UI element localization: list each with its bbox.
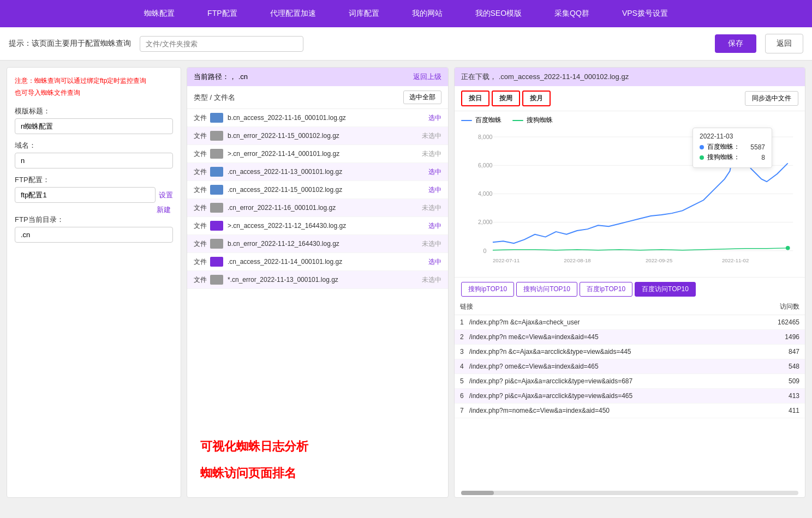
right-controls: 按日 按周 按月 同步选中文件: [455, 86, 805, 111]
legend-sougou: 搜狗蜘蛛: [512, 116, 553, 125]
notice-text: 注意：蜘蛛查询可以通过绑定ftp定时监控查询 也可导入蜘蛛文件查询: [15, 75, 173, 99]
btn-month[interactable]: 按月: [522, 91, 551, 106]
table-row: 7 /index.php?m=nome&c=View&a=index&aid=4…: [455, 403, 805, 418]
column-type-label: 类型 / 文件名: [194, 93, 235, 103]
table-cell-visits: 548: [752, 359, 805, 374]
file-icon: [210, 167, 223, 177]
back-button[interactable]: 返回: [765, 34, 803, 53]
page-hint: 提示：该页面主要用于配置蜘蛛查询: [9, 39, 131, 49]
file-action[interactable]: 未选中: [422, 131, 441, 141]
right-header: 正在下载， .com_access_2022-11-14_000102.log.…: [455, 68, 805, 86]
save-button[interactable]: 保存: [715, 34, 756, 53]
template-label: 模版标题：: [15, 106, 173, 116]
chart-tooltip: 2022-11-03 百度蜘蛛： 5587 搜狗蜘蛛： 8: [692, 128, 772, 168]
file-action[interactable]: 选中: [428, 221, 441, 231]
file-action[interactable]: 选中: [428, 167, 441, 177]
file-row: 文件 b.cn_access_2022-11-16_000101.log.gz …: [187, 109, 448, 127]
table-cell-visits: 847: [752, 345, 805, 359]
back-upper-link[interactable]: 返回上级: [413, 72, 441, 82]
file-type: 文件: [194, 257, 210, 267]
file-type: 文件: [194, 221, 210, 231]
right-panel: 正在下载， .com_access_2022-11-14_000102.log.…: [454, 67, 805, 498]
tab-btn-搜狗ipTOP10[interactable]: 搜狗ipTOP10: [461, 282, 514, 297]
ftp-dir-input[interactable]: [15, 227, 173, 243]
nav-item-词库配置[interactable]: 词库配置: [349, 9, 379, 19]
tooltip-baidu-dot: [700, 145, 704, 149]
big-text-2: 蜘蛛访问页面排名: [200, 460, 435, 486]
svg-text:8,000: 8,000: [478, 134, 493, 140]
svg-text:2,000: 2,000: [478, 219, 493, 225]
bottom-tabs: 搜狗ipTOP10搜狗访问TOP10百度ipTOP10百度访问TOP10: [455, 277, 805, 299]
file-action[interactable]: 未选中: [422, 275, 441, 285]
file-name: .cn_access_2022-11-15_000102.log.gz: [228, 186, 428, 194]
file-action[interactable]: 未选中: [422, 149, 441, 159]
legend-baidu: 百度蜘蛛: [461, 116, 501, 125]
file-action[interactable]: 选中: [428, 257, 441, 267]
domain-label: 域名：: [15, 141, 173, 150]
table-row: 6 /index.php? pi&c=Ajax&a=arcclick&type=…: [455, 389, 805, 403]
table-row: 5 /index.php? pi&c=Ajax&a=arcclick&type=…: [455, 374, 805, 389]
notice-line2: 也可导入蜘蛛文件查询: [15, 87, 173, 99]
ftp-new-button[interactable]: 新建: [157, 205, 171, 215]
svg-text:2022-08-18: 2022-08-18: [564, 257, 590, 263]
file-action[interactable]: 未选中: [422, 203, 441, 213]
select-all-button[interactable]: 选中全部: [403, 91, 441, 104]
table-cell-link: 6 /index.php? pi&c=Ajax&a=arcclick&type=…: [455, 389, 752, 403]
file-icon: [210, 257, 223, 267]
svg-text:4,000: 4,000: [478, 190, 493, 197]
notice-line1: 注意：蜘蛛查询可以通过绑定ftp定时监控查询: [15, 75, 173, 87]
svg-text:6,000: 6,000: [478, 162, 493, 168]
scrollbar[interactable]: [461, 491, 798, 495]
table-cell-link: 3 /index.php?n &c=Ajax&a=arcclick&type=v…: [455, 345, 752, 359]
file-row: 文件 b.cn_error_2022-11-15_000102.log.gz 未…: [187, 127, 448, 145]
btn-sync[interactable]: 同步选中文件: [745, 91, 798, 106]
file-action[interactable]: 选中: [428, 113, 441, 123]
nav-item-代理配置加速[interactable]: 代理配置加速: [270, 9, 316, 19]
file-type: 文件: [194, 185, 210, 195]
nav-item-我的SEO模版[interactable]: 我的SEO模版: [475, 9, 522, 19]
baidu-label: 百度蜘蛛: [475, 116, 501, 125]
table-row: 4 /index.php? ome&c=View&a=index&aid=465…: [455, 359, 805, 374]
left-panel: 注意：蜘蛛查询可以通过绑定ftp定时监控查询 也可导入蜘蛛文件查询 模版标题： …: [7, 67, 181, 498]
file-row: 文件 .cn_access_2022-11-15_000102.log.gz 选…: [187, 181, 448, 199]
col-link: 链接: [455, 299, 752, 315]
ftp-set-button[interactable]: 设置: [159, 190, 173, 200]
nav-item-VPS拨号设置[interactable]: VPS拨号设置: [622, 9, 668, 19]
file-row: 文件 .cn_access_2022-11-13_000101.log.gz 选…: [187, 163, 448, 181]
scrollbar-thumb[interactable]: [461, 491, 494, 495]
tooltip-sougou-dot: [700, 155, 704, 160]
tooltip-sougou-row: 搜狗蜘蛛： 8: [700, 153, 765, 162]
col-visits: 访问数: [752, 299, 805, 315]
btn-week[interactable]: 按周: [492, 91, 520, 106]
template-input[interactable]: [15, 118, 173, 134]
tab-btn-百度ipTOP10[interactable]: 百度ipTOP10: [580, 282, 632, 297]
nav-item-蜘蛛配置[interactable]: 蜘蛛配置: [144, 9, 175, 19]
tooltip-sougou-label: 搜狗蜘蛛：: [707, 153, 740, 162]
file-list: 文件 b.cn_access_2022-11-16_000101.log.gz …: [187, 109, 448, 423]
tab-btn-搜狗访问TOP10[interactable]: 搜狗访问TOP10: [516, 282, 577, 297]
btn-day[interactable]: 按日: [461, 91, 489, 106]
domain-group: 域名：: [15, 141, 173, 168]
file-row: 文件 b.cn_error_2022-11-12_164430.log.gz 未…: [187, 235, 448, 253]
ftp-input[interactable]: [15, 187, 156, 203]
file-icon: [210, 131, 223, 141]
svg-text:2022-07-11: 2022-07-11: [493, 257, 520, 263]
file-row: 文件 *.cn_error_2022-11-13_000101.log.gz 未…: [187, 271, 448, 289]
table-cell-visits: 162465: [752, 315, 805, 330]
nav-item-我的网站[interactable]: 我的网站: [412, 9, 443, 19]
nav-item-采集QQ群[interactable]: 采集QQ群: [554, 9, 589, 19]
domain-input[interactable]: [15, 153, 173, 168]
nav-item-FTP配置[interactable]: FTP配置: [207, 9, 237, 19]
main-container: 注意：蜘蛛查询可以通过绑定ftp定时监控查询 也可导入蜘蛛文件查询 模版标题： …: [0, 61, 812, 504]
middle-header: 当前路径：， .cn 返回上级: [187, 68, 448, 86]
file-name: .cn_access_2022-11-13_000101.log.gz: [228, 168, 428, 176]
file-search-input[interactable]: [140, 36, 303, 52]
sougou-label: 搜狗蜘蛛: [527, 116, 553, 125]
top-navigation: 蜘蛛配置FTP配置代理配置加速词库配置我的网站我的SEO模版采集QQ群VPS拨号…: [0, 0, 812, 27]
file-action[interactable]: 选中: [428, 185, 441, 195]
template-group: 模版标题：: [15, 106, 173, 134]
tab-btn-百度访问TOP10[interactable]: 百度访问TOP10: [635, 282, 696, 297]
file-action[interactable]: 未选中: [422, 239, 441, 249]
tooltip-sougou-value: 8: [743, 154, 765, 161]
chart-area: 百度蜘蛛 搜狗蜘蛛 2022-11-03 百度蜘蛛： 5587 搜狗蜘蛛： 8: [455, 111, 805, 277]
